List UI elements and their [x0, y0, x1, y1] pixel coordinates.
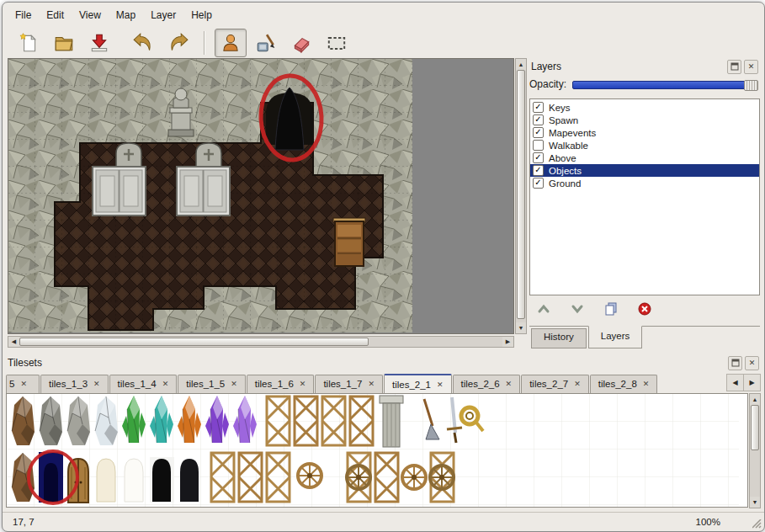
detach-panel-icon[interactable] — [728, 356, 742, 370]
map-hscroll-thumb[interactable] — [19, 338, 369, 346]
menu-file[interactable]: File — [8, 7, 39, 24]
tile-dark-blue-door-selected[interactable] — [39, 452, 63, 503]
tile-black-arch[interactable] — [150, 457, 174, 503]
layer-visibility-checkbox[interactable]: ✓ — [533, 165, 544, 176]
eraser-tool-button[interactable] — [285, 29, 317, 57]
map-vscroll-track[interactable] — [516, 70, 526, 322]
layer-row-spawn[interactable]: ✓ Spawn — [530, 114, 759, 126]
tile-white-arch[interactable] — [125, 459, 143, 502]
tab-history[interactable]: History — [531, 328, 587, 348]
tileset-tab-tiles-2-7[interactable]: tiles_2_7 ✕ — [521, 375, 589, 393]
delete-layer-button[interactable] — [634, 301, 656, 317]
tile-stone-column[interactable] — [380, 396, 403, 447]
opacity-slider[interactable] — [572, 80, 758, 89]
layer-row-walkable[interactable]: Walkable — [530, 139, 759, 152]
layer-visibility-checkbox[interactable]: ✓ — [533, 114, 544, 125]
menu-view[interactable]: View — [72, 7, 109, 24]
tab-close-icon[interactable]: ✕ — [300, 380, 306, 388]
tileset-tab-tiles-2-1[interactable]: tiles_2_1 ✕ — [384, 374, 452, 393]
layer-row-objects[interactable]: ✓ Objects — [530, 164, 759, 177]
fill-tool-button[interactable] — [250, 29, 282, 57]
open-map-button[interactable] — [48, 29, 80, 57]
tab-close-icon[interactable]: ✕ — [231, 380, 237, 388]
close-panel-icon[interactable]: ✕ — [745, 356, 759, 370]
map-horizontal-scrollbar[interactable]: ◀ ▶ — [8, 336, 514, 348]
undo-button[interactable] — [127, 29, 159, 57]
tileset-tab-partial[interactable]: 5 ✕ — [6, 375, 40, 393]
layer-row-keys[interactable]: ✓ Keys — [530, 101, 759, 114]
layer-row-ground[interactable]: ✓ Ground — [530, 177, 759, 189]
layer-row-above[interactable]: ✓ Above — [530, 152, 759, 164]
tileset-tab-tiles-1-5[interactable]: tiles_1_5 ✕ — [178, 375, 246, 393]
move-layer-down-button[interactable] — [566, 301, 588, 317]
layer-visibility-checkbox[interactable]: ✓ — [533, 178, 544, 189]
layer-row-mapevents[interactable]: ✓ Mapevents — [530, 126, 759, 139]
tile-wagon-wheel[interactable] — [298, 464, 321, 487]
tab-close-icon[interactable]: ✕ — [574, 380, 581, 388]
menu-layer[interactable]: Layer — [143, 7, 183, 24]
new-map-button[interactable] — [13, 29, 45, 57]
scroll-up-icon[interactable]: ▲ — [750, 394, 760, 405]
tile-wheel-lattice[interactable] — [430, 466, 454, 489]
detach-panel-icon[interactable] — [727, 60, 741, 74]
tile-cream-arch[interactable] — [97, 459, 115, 502]
tileset-tab-tiles-1-3[interactable]: tiles_1_3 ✕ — [40, 375, 109, 393]
chevron-up-icon — [536, 302, 551, 316]
map-hscroll-track[interactable] — [19, 337, 502, 347]
layer-visibility-checkbox[interactable]: ✓ — [533, 152, 544, 163]
tilesets-panel-header: Tilesets ✕ — [6, 354, 761, 371]
tileset-vscroll-thumb[interactable] — [751, 405, 759, 450]
map-vscroll-thumb[interactable] — [517, 70, 525, 319]
tileset-tab-tiles-2-8[interactable]: tiles_2_8 ✕ — [590, 375, 658, 393]
close-panel-icon[interactable]: ✕ — [744, 60, 758, 74]
tileset-tab-tiles-2-6[interactable]: tiles_2_6 ✕ — [453, 375, 521, 393]
menu-edit[interactable]: Edit — [39, 7, 72, 24]
tile-dark-arch[interactable] — [180, 459, 199, 502]
scroll-up-icon[interactable]: ▲ — [516, 59, 526, 70]
statusbar: 17, 7 100% — [3, 512, 764, 531]
tileset-vertical-scrollbar[interactable]: ▲ ▼ — [749, 393, 761, 508]
map-vertical-scrollbar[interactable]: ▲ ▼ — [515, 58, 527, 334]
map-cabinet — [333, 218, 365, 266]
entity-tool-button[interactable] — [215, 29, 247, 57]
tab-close-icon[interactable]: ✕ — [20, 380, 27, 388]
map-viewport[interactable] — [8, 58, 514, 334]
tab-close-icon[interactable]: ✕ — [368, 380, 375, 388]
tab-close-icon[interactable]: ✕ — [643, 380, 650, 388]
tab-scroll-right-icon[interactable]: ▶ — [743, 375, 760, 391]
move-layer-up-button[interactable] — [533, 301, 555, 317]
tab-close-icon[interactable]: ✕ — [437, 380, 444, 389]
tileset-canvas[interactable] — [6, 393, 748, 508]
layer-visibility-checkbox[interactable]: ✓ — [533, 127, 544, 138]
opacity-slider-fill — [572, 81, 746, 89]
tab-close-icon[interactable]: ✕ — [93, 380, 100, 388]
scroll-down-icon[interactable]: ▼ — [750, 497, 760, 508]
tileset-tab-tiles-1-7[interactable]: tiles_1_7 ✕ — [315, 375, 383, 393]
tab-close-icon[interactable]: ✕ — [506, 380, 513, 388]
tile-wheel-lattice[interactable] — [347, 466, 370, 489]
menu-help[interactable]: Help — [183, 7, 220, 24]
opacity-slider-handle[interactable] — [744, 80, 758, 91]
tab-close-icon[interactable]: ✕ — [162, 380, 169, 388]
scroll-right-icon[interactable]: ▶ — [502, 337, 513, 347]
redo-button[interactable] — [162, 29, 194, 57]
tab-label: tiles_2_8 — [598, 379, 637, 389]
tab-scroll-left-icon[interactable]: ◀ — [727, 375, 743, 391]
save-map-button[interactable] — [83, 29, 115, 57]
select-tool-button[interactable] — [321, 29, 353, 57]
layer-visibility-checkbox[interactable]: ✓ — [533, 102, 544, 113]
menu-map[interactable]: Map — [109, 7, 143, 24]
layers-panel-tabs: History Layers — [529, 326, 760, 348]
tab-layers[interactable]: Layers — [588, 326, 643, 348]
tileset-vscroll-track[interactable] — [750, 405, 760, 497]
scroll-left-icon[interactable]: ◀ — [8, 337, 19, 347]
layer-visibility-checkbox[interactable] — [533, 140, 544, 151]
tileset-tab-tiles-1-6[interactable]: tiles_1_6 ✕ — [247, 375, 315, 393]
resize-grip[interactable] — [752, 519, 762, 529]
duplicate-layer-button[interactable] — [600, 301, 622, 317]
map-canvas[interactable] — [8, 59, 412, 332]
tileset-tab-tiles-1-4[interactable]: tiles_1_4 ✕ — [109, 375, 178, 393]
scroll-down-icon[interactable]: ▼ — [516, 322, 526, 333]
tile-wagon-wheel[interactable] — [402, 466, 426, 489]
tab-label: tiles_2_1 — [392, 380, 431, 390]
